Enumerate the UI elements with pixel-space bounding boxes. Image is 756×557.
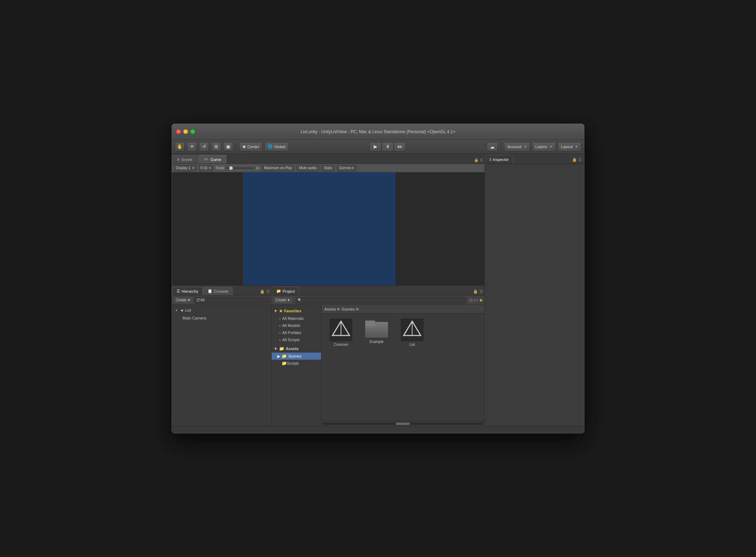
circle-icon-4: ○ — [279, 338, 281, 342]
hand-tool-button[interactable]: ✋ — [175, 142, 185, 151]
favorites-arrow: ▼ — [274, 309, 278, 313]
main-toolbar: ✋ ✛ ↺ ⊞ ▣ ◉ Center 🌐 Global ▶ ⏸ ⏭ ☁ Acco… — [172, 140, 584, 154]
star-view-button[interactable]: ★ — [479, 298, 483, 303]
layers-dropdown[interactable]: Layers ▼ — [532, 142, 556, 151]
gameobject-icon: ◄ — [180, 308, 184, 312]
tab-console[interactable]: 📋 Console — [203, 287, 233, 295]
project-item-list[interactable]: List — [396, 317, 428, 348]
scrollbar-thumb[interactable] — [396, 423, 410, 425]
move-tool-button[interactable]: ✛ — [187, 142, 197, 151]
project-grid: Common — [321, 313, 484, 421]
inspector-panel: ℹ Inspector 🔒 ☰ — [484, 154, 584, 426]
breadcrumb-assets[interactable]: Assets — [324, 307, 336, 311]
project-icon: 📁 — [276, 289, 281, 293]
cloud-button[interactable]: ☁ — [487, 142, 498, 151]
step-button[interactable]: ⏭ — [394, 142, 406, 151]
layout-dropdown[interactable]: Layout ▼ — [558, 142, 581, 151]
tag-view-button[interactable]: 🏷 — [474, 298, 478, 303]
favorites-header[interactable]: ▼ ★ Favorites — [272, 307, 321, 315]
menu-icon-inspector[interactable]: ☰ — [578, 157, 582, 162]
list-item[interactable]: ▼ ◄ List — [172, 306, 271, 314]
aspect-arrow: ▼ — [209, 166, 212, 170]
lock-icon-inspector[interactable]: 🔒 — [572, 157, 577, 162]
play-controls: ▶ ⏸ ⏭ — [369, 142, 406, 151]
tab-inspector[interactable]: ℹ Inspector — [485, 155, 513, 163]
pause-button[interactable]: ⏸ — [382, 142, 394, 151]
all-prefabs-item[interactable]: ○ All Prefabs — [272, 329, 321, 336]
rect-tool-button[interactable]: ▣ — [223, 142, 233, 151]
display-select[interactable]: Display 1 ▼ — [174, 165, 196, 171]
list-label: List — [409, 343, 415, 347]
gizmos-button[interactable]: Gizmos ▼ — [337, 165, 357, 171]
bottom-panels: ☰ Hierarchy 📋 Console 🔒 ☰ — [172, 286, 484, 426]
all-materials-item[interactable]: ○ All Materials — [272, 315, 321, 322]
maximize-button[interactable] — [190, 129, 195, 134]
close-button[interactable] — [176, 129, 181, 134]
project-search[interactable]: 🔍 — [296, 297, 466, 303]
menu-icon: ☰ — [480, 158, 483, 162]
scale-tool-button[interactable]: ⊞ — [211, 142, 221, 151]
project-toolbar: Create ▼ 🔍 ⊟ 🏷 ★ — [272, 296, 484, 305]
hierarchy-icon: ☰ — [177, 289, 180, 293]
column-view-button[interactable]: ⊟ — [469, 298, 473, 303]
project-view-controls: ⊟ 🏷 ★ — [469, 298, 483, 303]
scenes-item[interactable]: ▶ 📁 Scenes — [272, 353, 321, 360]
breadcrumb-scenes[interactable]: Scenes — [342, 307, 355, 311]
scenes-folder-icon: 📁 — [282, 354, 287, 359]
menu-icon-hierarchy: ☰ — [266, 289, 270, 294]
center-button[interactable]: ◉ Center — [239, 142, 262, 151]
assets-folder-icon: 📁 — [279, 346, 284, 351]
lock-icon-hierarchy: 🔒 — [260, 289, 265, 294]
all-scripts-item[interactable]: ○ All Scripts — [272, 336, 321, 343]
breadcrumb-arrow-2: ▶ — [356, 307, 359, 311]
status-bar — [172, 426, 584, 433]
assets-header[interactable]: ▼ 📁 Assets — [272, 345, 321, 353]
stats-button[interactable]: Stats — [321, 165, 335, 171]
tab-hierarchy[interactable]: ☰ Hierarchy — [172, 287, 203, 295]
project-main: Assets ▶ Scenes ▶ — [321, 305, 484, 426]
global-button[interactable]: 🌐 Global — [264, 142, 289, 151]
separator-2 — [501, 143, 501, 151]
circle-icon-3: ○ — [279, 331, 281, 335]
hierarchy-search[interactable]: Q*All — [195, 297, 270, 303]
scene-tab-icon: # — [177, 157, 179, 162]
global-icon: 🌐 — [268, 144, 273, 149]
assets-section: ▼ 📁 Assets ▶ 📁 Scenes — [272, 344, 321, 368]
hierarchy-content: ▼ ◄ List Main Camera — [172, 305, 271, 426]
project-item-common[interactable]: Common — [325, 317, 357, 348]
tab-game[interactable]: 🎮 Game — [198, 155, 226, 163]
play-button[interactable]: ▶ — [369, 142, 382, 151]
search-icon: 🔍 — [298, 298, 302, 302]
account-dropdown[interactable]: Account ▼ — [504, 142, 530, 151]
separator-1 — [236, 143, 236, 151]
window-title: List.unity - UnityListView - PC, Mac & L… — [301, 129, 456, 134]
title-bar: List.unity - UnityListView - PC, Mac & L… — [172, 124, 584, 140]
maximize-on-play-button[interactable]: Maximize on Play — [262, 165, 294, 171]
tab-project[interactable]: 📁 Project — [272, 287, 299, 295]
tab-scene[interactable]: # Scene — [172, 155, 198, 163]
rotate-tool-button[interactable]: ↺ — [199, 142, 209, 151]
tab-bar-end: 🔒 ☰ — [474, 158, 483, 162]
scripts-item[interactable]: 📁 Scripts — [272, 360, 321, 367]
project-panel-end: 🔒 ☰ — [473, 289, 483, 294]
console-icon: 📋 — [208, 289, 212, 293]
project-item-example[interactable]: Example — [361, 317, 393, 348]
hierarchy-create-button[interactable]: Create ▼ — [173, 297, 193, 304]
scale-slider[interactable] — [226, 167, 254, 169]
game-tab-icon: 🎮 — [204, 157, 209, 162]
main-camera-item[interactable]: Main Camera — [172, 314, 271, 322]
breadcrumb-arrow-1: ▶ — [337, 307, 340, 311]
minimize-button[interactable] — [183, 129, 188, 134]
project-create-button[interactable]: Create ▼ — [273, 297, 293, 304]
aspect-select[interactable]: 9:16 ▼ — [199, 165, 213, 171]
lock-icon: 🔒 — [474, 158, 478, 162]
lock-icon-project: 🔒 — [473, 289, 478, 294]
mute-audio-button[interactable]: Mute audio — [296, 165, 319, 171]
unity-logo-common — [330, 318, 352, 341]
all-models-item[interactable]: ○ All Models — [272, 322, 321, 329]
unity-logo-list — [401, 318, 424, 341]
account-dropdown-arrow: ▼ — [524, 145, 527, 149]
circle-icon: ○ — [279, 317, 281, 321]
project-content: ▼ ★ Favorites ○ All Materials ○ — [272, 305, 484, 426]
scrollbar-track[interactable] — [323, 423, 483, 425]
